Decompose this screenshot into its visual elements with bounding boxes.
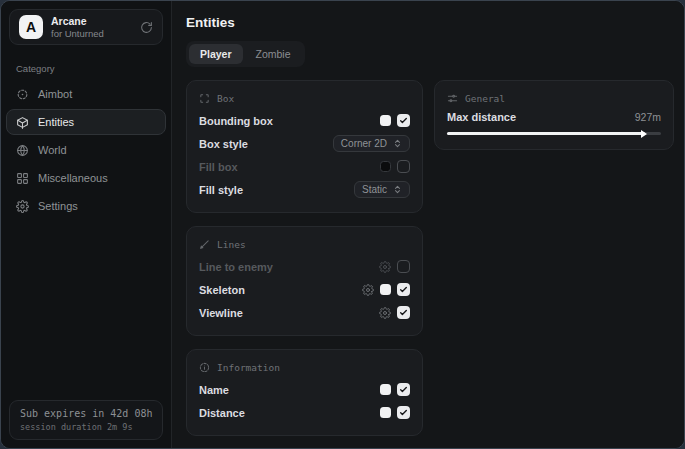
entities-icon (16, 116, 29, 129)
checkbox-checked[interactable] (397, 114, 410, 127)
sidebar-item-label: Miscellaneous (38, 172, 108, 184)
session-duration-text: session duration 2m 9s (20, 422, 152, 432)
setting-row-distance: Distance (199, 401, 410, 424)
setting-label: Bounding box (199, 115, 273, 127)
sidebar-item-entities[interactable]: Entities (6, 109, 166, 135)
dropdown-value: Corner 2D (341, 138, 387, 149)
section-title: Box (217, 93, 234, 104)
section-title: Information (217, 362, 280, 373)
sidebar-item-label: Settings (38, 200, 78, 212)
checkbox-checked[interactable] (397, 406, 410, 419)
slider-fill (447, 132, 645, 135)
fill-style-dropdown[interactable]: Static (354, 181, 410, 198)
sidebar-item-label: World (38, 144, 67, 156)
general-section: General Max distance 927m (434, 80, 674, 150)
color-swatch[interactable] (380, 115, 391, 126)
row-controls (379, 306, 410, 319)
color-swatch[interactable] (380, 384, 391, 395)
information-section-header: Information (199, 362, 410, 373)
app-window: A Arcane for Unturned Category Aimbot (0, 0, 685, 449)
main-content: Entities Player Zombie Box Bounding box (172, 1, 685, 448)
checkbox-unchecked[interactable] (397, 160, 410, 173)
color-swatch[interactable] (380, 407, 391, 418)
color-swatch[interactable] (380, 161, 391, 172)
row-controls (380, 383, 410, 396)
box-style-dropdown[interactable]: Corner 2D (333, 135, 410, 152)
category-label: Category (16, 63, 156, 74)
checkbox-checked[interactable] (397, 283, 410, 296)
gear-icon[interactable] (379, 261, 391, 273)
globe-icon (16, 144, 29, 157)
sliders-icon (447, 93, 458, 104)
box-section: Box Bounding box Box style (186, 80, 423, 213)
tab-zombie[interactable]: Zombie (245, 44, 302, 64)
logo-texts: Arcane for Unturned (51, 15, 104, 39)
info-circle-icon (199, 362, 210, 373)
app-subtitle: for Unturned (51, 28, 104, 39)
sidebar-item-miscellaneous[interactable]: Miscellaneous (6, 165, 166, 191)
gear-icon[interactable] (379, 307, 391, 319)
page-title: Entities (186, 15, 674, 30)
setting-row-name: Name (199, 378, 410, 401)
checkbox-checked[interactable] (397, 306, 410, 319)
setting-label: Skeleton (199, 284, 245, 296)
row-controls (362, 283, 410, 296)
setting-label: Distance (199, 407, 245, 419)
setting-row-skeleton: Skeleton (199, 278, 410, 301)
gear-icon[interactable] (362, 284, 374, 296)
lines-section: Lines Line to enemy Skeleton (186, 226, 423, 336)
gear-icon (16, 200, 29, 213)
sidebar-item-aimbot[interactable]: Aimbot (6, 81, 166, 107)
setting-label: Line to enemy (199, 261, 273, 273)
subscription-status-card: Sub expires in 42d 08h session duration … (9, 400, 163, 440)
general-section-header: General (447, 93, 661, 104)
chevron-up-down-icon (393, 139, 402, 148)
entity-tabs: Player Zombie (186, 41, 305, 67)
sub-expiry-text: Sub expires in 42d 08h (20, 408, 152, 419)
setting-label: Fill style (199, 184, 243, 196)
sidebar-item-settings[interactable]: Settings (6, 193, 166, 219)
information-section: Information Name Distance (186, 349, 423, 436)
setting-row-fill-box: Fill box (199, 155, 410, 178)
grid-icon (16, 172, 29, 185)
sidebar-item-label: Aimbot (38, 88, 72, 100)
left-column: Box Bounding box Box style (186, 80, 423, 436)
sidebar-item-world[interactable]: World (6, 137, 166, 163)
setting-label: Viewline (199, 307, 243, 319)
max-distance-row: Max distance 927m (447, 111, 661, 123)
color-swatch[interactable] (380, 284, 391, 295)
sidebar: A Arcane for Unturned Category Aimbot (1, 1, 172, 448)
setting-row-box-style: Box style Corner 2D (199, 132, 410, 155)
setting-label: Fill box (199, 161, 238, 173)
tab-player[interactable]: Player (189, 44, 243, 64)
setting-row-line-to-enemy: Line to enemy (199, 255, 410, 278)
chevron-up-down-icon (393, 185, 402, 194)
app-logo: A (19, 15, 43, 39)
dropdown-value: Static (362, 184, 387, 195)
row-controls (380, 406, 410, 419)
checkbox-unchecked[interactable] (397, 260, 410, 273)
sidebar-item-label: Entities (38, 116, 74, 128)
setting-row-bounding-box: Bounding box (199, 109, 410, 132)
box-section-header: Box (199, 93, 410, 104)
right-column: General Max distance 927m (434, 80, 674, 150)
checkbox-checked[interactable] (397, 383, 410, 396)
crosshair-icon (16, 88, 29, 101)
section-title: Lines (217, 239, 246, 250)
lines-section-header: Lines (199, 239, 410, 250)
setting-row-viewline: Viewline (199, 301, 410, 324)
max-distance-slider[interactable] (447, 132, 661, 135)
setting-label: Name (199, 384, 229, 396)
row-controls (380, 160, 410, 173)
selection-box-icon (199, 93, 210, 104)
max-distance-label: Max distance (447, 111, 516, 123)
settings-columns: Box Bounding box Box style (186, 80, 674, 436)
row-controls (380, 114, 410, 127)
setting-row-fill-style: Fill style Static (199, 178, 410, 201)
sidebar-nav: Aimbot Entities World Miscellaneous (1, 80, 171, 220)
slider-thumb[interactable] (641, 130, 647, 138)
app-title: Arcane (51, 15, 104, 28)
logo-card: A Arcane for Unturned (9, 9, 163, 45)
refresh-icon[interactable] (140, 21, 153, 34)
pencil-line-icon (199, 239, 210, 250)
